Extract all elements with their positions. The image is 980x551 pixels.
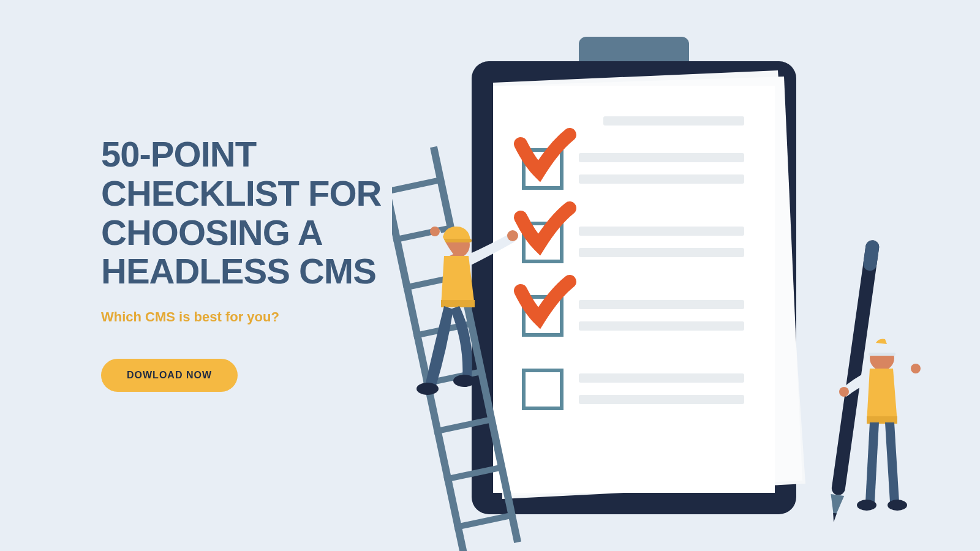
svg-point-39	[839, 387, 849, 397]
svg-rect-4	[493, 86, 775, 493]
svg-point-34	[453, 375, 475, 387]
svg-point-43	[888, 500, 907, 511]
svg-point-30	[507, 230, 518, 241]
svg-rect-10	[579, 227, 744, 236]
hero-content: 50-POINT CHECKLIST FOR CHOOSING A HEADLE…	[101, 135, 407, 392]
hero-subtitle: Which CMS is best for you?	[101, 309, 407, 325]
svg-rect-27	[454, 512, 515, 531]
svg-rect-29	[441, 239, 472, 242]
svg-rect-16	[579, 373, 744, 383]
svg-point-33	[417, 383, 439, 395]
svg-point-31	[430, 227, 440, 236]
svg-rect-36	[862, 239, 880, 272]
svg-rect-11	[579, 248, 744, 257]
download-button[interactable]: DOWLOAD NOW	[101, 359, 238, 392]
checklist-illustration	[392, 24, 943, 551]
svg-rect-38	[869, 353, 895, 356]
svg-rect-8	[579, 174, 744, 184]
svg-rect-17	[579, 395, 744, 404]
svg-rect-14	[579, 321, 744, 331]
svg-rect-13	[579, 300, 744, 309]
svg-rect-32	[441, 300, 475, 307]
svg-rect-20	[392, 176, 443, 195]
svg-rect-18	[392, 158, 467, 551]
svg-rect-5	[603, 116, 744, 126]
svg-point-42	[857, 500, 876, 511]
svg-point-40	[911, 364, 921, 373]
hero-title: 50-POINT CHECKLIST FOR CHOOSING A HEADLE…	[101, 135, 407, 291]
svg-rect-7	[579, 153, 744, 162]
